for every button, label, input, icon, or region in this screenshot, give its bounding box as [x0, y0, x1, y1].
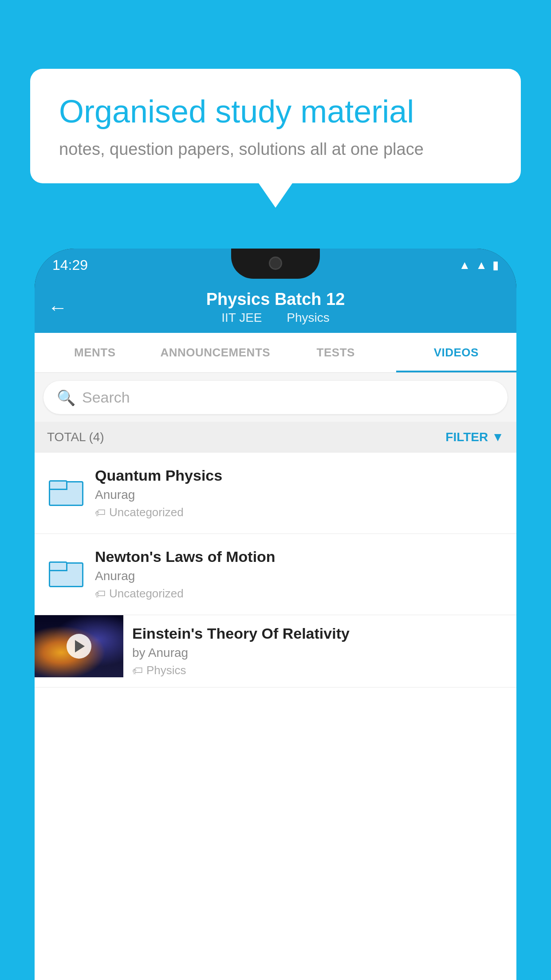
filter-label: FILTER: [445, 430, 488, 444]
item-content: Quantum Physics Anurag 🏷 Uncategorized: [95, 467, 504, 519]
item-author: Anurag: [95, 488, 504, 502]
list-item[interactable]: Newton's Laws of Motion Anurag 🏷 Uncateg…: [35, 534, 516, 615]
video-content: Einstein's Theory Of Relativity by Anura…: [123, 615, 516, 687]
video-thumbnail: [35, 615, 123, 677]
status-icons: ▲ ▲ ▮: [459, 258, 499, 272]
item-icon: [47, 473, 83, 513]
video-tag: 🏷 Physics: [132, 664, 508, 677]
search-bar-container: 🔍 Search: [35, 373, 516, 422]
phone-frame: 14:29 ▲ ▲ ▮ ← Physics Batch 12 IIT JEE P…: [35, 249, 516, 980]
battery-icon: ▮: [492, 258, 499, 272]
item-tag: 🏷 Uncategorized: [95, 506, 504, 519]
total-label: TOTAL (4): [47, 430, 104, 444]
item-title: Newton's Laws of Motion: [95, 548, 504, 565]
tag-label: Physics: [146, 664, 186, 677]
bubble-subtitle: notes, question papers, solutions all at…: [59, 140, 492, 159]
header-subtitle: IIT JEE Physics: [206, 311, 345, 325]
tag-label: Uncategorized: [109, 587, 184, 601]
filter-icon: ▼: [492, 430, 504, 444]
header-title-block: Physics Batch 12 IIT JEE Physics: [206, 290, 345, 325]
search-placeholder: Search: [82, 389, 130, 406]
tabs-bar: MENTS ANNOUNCEMENTS TESTS VIDEOS: [35, 333, 516, 373]
list-item-video[interactable]: Einstein's Theory Of Relativity by Anura…: [35, 615, 516, 688]
video-title: Einstein's Theory Of Relativity: [132, 625, 508, 642]
item-title: Quantum Physics: [95, 467, 504, 484]
item-tag: 🏷 Uncategorized: [95, 587, 504, 601]
speech-bubble: Organised study material notes, question…: [30, 69, 521, 183]
tag-label: Uncategorized: [109, 506, 184, 519]
header-subtitle-physics: Physics: [287, 311, 329, 324]
item-content: Newton's Laws of Motion Anurag 🏷 Uncateg…: [95, 548, 504, 601]
play-button[interactable]: [67, 634, 91, 659]
item-author: Anurag: [95, 569, 504, 583]
phone-notch: [231, 249, 320, 279]
tag-icon: 🏷: [132, 664, 143, 677]
filter-bar: TOTAL (4) FILTER ▼: [35, 422, 516, 453]
app-header: ← Physics Batch 12 IIT JEE Physics: [35, 282, 516, 333]
search-bar[interactable]: 🔍 Search: [43, 381, 508, 414]
wifi-icon: ▲: [459, 258, 471, 272]
tab-tests[interactable]: TESTS: [276, 333, 396, 372]
back-button[interactable]: ←: [48, 298, 67, 317]
video-author: by Anurag: [132, 646, 508, 660]
status-time: 14:29: [52, 257, 88, 273]
bubble-title: Organised study material: [59, 93, 492, 130]
play-triangle-icon: [75, 640, 85, 652]
tab-ments[interactable]: MENTS: [35, 333, 155, 372]
item-icon: [47, 554, 83, 594]
folder-icon: [49, 480, 81, 506]
folder-icon: [49, 561, 81, 587]
list-item[interactable]: Quantum Physics Anurag 🏷 Uncategorized: [35, 453, 516, 534]
signal-icon: ▲: [476, 258, 487, 272]
header-title: Physics Batch 12: [206, 290, 345, 309]
tag-icon: 🏷: [95, 506, 106, 519]
header-subtitle-iit: IIT JEE: [221, 311, 262, 324]
tab-announcements[interactable]: ANNOUNCEMENTS: [155, 333, 276, 372]
tab-videos[interactable]: VIDEOS: [396, 333, 517, 372]
content-list: Quantum Physics Anurag 🏷 Uncategorized N…: [35, 453, 516, 980]
filter-button[interactable]: FILTER ▼: [445, 430, 504, 444]
phone-camera: [269, 257, 282, 270]
tag-icon: 🏷: [95, 588, 106, 600]
search-icon: 🔍: [57, 389, 75, 407]
